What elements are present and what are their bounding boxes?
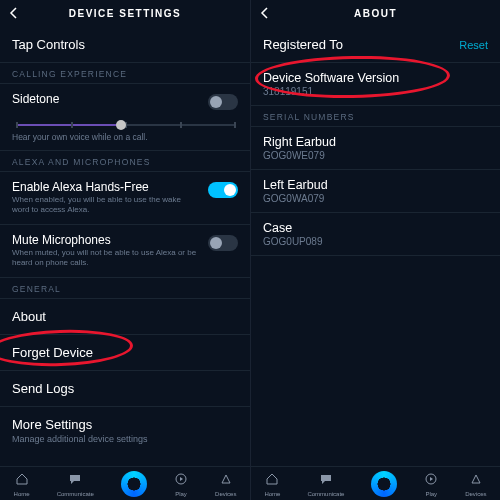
sidetone-slider-area: Hear your own voice while on a call. bbox=[0, 110, 250, 151]
about-row[interactable]: About bbox=[0, 299, 250, 335]
section-calling-experience: CALLING EXPERIENCE bbox=[0, 63, 250, 84]
more-settings-row[interactable]: More Settings Manage additional device s… bbox=[0, 407, 250, 456]
more-settings-sub: Manage additional device settings bbox=[12, 434, 148, 446]
tap-controls-label: Tap Controls bbox=[12, 37, 85, 52]
tap-controls-row[interactable]: Tap Controls bbox=[0, 27, 250, 63]
mute-sub: When muted, you will not be able to use … bbox=[12, 248, 200, 269]
nav-alexa[interactable] bbox=[371, 471, 397, 497]
sidetone-caption: Hear your own voice while on a call. bbox=[12, 132, 238, 142]
handsfree-toggle[interactable] bbox=[208, 182, 238, 198]
nav-communicate[interactable]: Communicate bbox=[307, 472, 344, 497]
content: Tap Controls CALLING EXPERIENCE Sidetone… bbox=[0, 27, 250, 466]
send-logs-label: Send Logs bbox=[12, 381, 74, 396]
section-general: GENERAL bbox=[0, 278, 250, 299]
alexa-ring-icon bbox=[121, 471, 147, 497]
header: DEVICE SETTINGS bbox=[0, 0, 250, 27]
registered-to-row[interactable]: Registered To Reset bbox=[251, 27, 500, 63]
mute-toggle[interactable] bbox=[208, 235, 238, 251]
registered-to-label: Registered To bbox=[263, 37, 343, 52]
about-label: About bbox=[12, 309, 46, 324]
section-serial-numbers: SERIAL NUMBERS bbox=[251, 106, 500, 127]
case-label: Case bbox=[263, 221, 488, 235]
home-icon bbox=[15, 472, 29, 490]
nav-home[interactable]: Home bbox=[14, 472, 30, 497]
software-version-value: 318119151 bbox=[263, 86, 488, 97]
nav-home[interactable]: Home bbox=[264, 472, 280, 497]
handsfree-row[interactable]: Enable Alexa Hands-Free When enabled, yo… bbox=[0, 172, 250, 225]
chat-icon bbox=[319, 472, 333, 490]
send-logs-row[interactable]: Send Logs bbox=[0, 371, 250, 407]
forget-device-row[interactable]: Forget Device bbox=[0, 335, 250, 371]
case-row: Case GOG0UP089 bbox=[251, 213, 500, 256]
sidetone-row[interactable]: Sidetone bbox=[0, 84, 250, 110]
about-pane: ABOUT Registered To Reset Device Softwar… bbox=[250, 0, 500, 500]
devices-icon bbox=[469, 472, 483, 490]
handsfree-label: Enable Alexa Hands-Free bbox=[12, 180, 200, 194]
mute-label: Mute Microphones bbox=[12, 233, 200, 247]
content: Registered To Reset Device Software Vers… bbox=[251, 27, 500, 466]
alexa-ring-icon bbox=[371, 471, 397, 497]
sidetone-slider[interactable] bbox=[16, 124, 234, 126]
forget-device-label: Forget Device bbox=[12, 345, 93, 360]
home-icon bbox=[265, 472, 279, 490]
chat-icon bbox=[68, 472, 82, 490]
left-earbud-label: Left Earbud bbox=[263, 178, 488, 192]
mute-row[interactable]: Mute Microphones When muted, you will no… bbox=[0, 225, 250, 278]
devices-icon bbox=[219, 472, 233, 490]
section-alexa: ALEXA AND MICROPHONES bbox=[0, 151, 250, 172]
slider-knob-icon[interactable] bbox=[116, 120, 126, 130]
handsfree-sub: When enabled, you will be able to use th… bbox=[12, 195, 200, 216]
back-icon[interactable] bbox=[259, 5, 271, 23]
more-settings-label: More Settings bbox=[12, 417, 92, 432]
header: ABOUT bbox=[251, 0, 500, 27]
left-earbud-value: GOG0WA079 bbox=[263, 193, 488, 204]
right-earbud-row: Right Earbud GOG0WE079 bbox=[251, 127, 500, 170]
back-icon[interactable] bbox=[8, 5, 20, 23]
left-earbud-row: Left Earbud GOG0WA079 bbox=[251, 170, 500, 213]
page-title: DEVICE SETTINGS bbox=[69, 8, 182, 19]
right-earbud-label: Right Earbud bbox=[263, 135, 488, 149]
play-icon bbox=[174, 472, 188, 490]
software-version-row[interactable]: Device Software Version 318119151 bbox=[251, 63, 500, 106]
case-value: GOG0UP089 bbox=[263, 236, 488, 247]
reset-link[interactable]: Reset bbox=[459, 39, 488, 51]
nav-play[interactable]: Play bbox=[424, 472, 438, 497]
sidetone-toggle[interactable] bbox=[208, 94, 238, 110]
nav-devices[interactable]: Devices bbox=[465, 472, 486, 497]
bottom-nav: Home Communicate Play Devices bbox=[0, 466, 250, 500]
sidetone-label: Sidetone bbox=[12, 92, 59, 106]
nav-play[interactable]: Play bbox=[174, 472, 188, 497]
nav-communicate[interactable]: Communicate bbox=[57, 472, 94, 497]
device-settings-pane: DEVICE SETTINGS Tap Controls CALLING EXP… bbox=[0, 0, 250, 500]
software-version-label: Device Software Version bbox=[263, 71, 488, 85]
bottom-nav: Home Communicate Play Devices bbox=[251, 466, 500, 500]
right-earbud-value: GOG0WE079 bbox=[263, 150, 488, 161]
nav-devices[interactable]: Devices bbox=[215, 472, 236, 497]
page-title: ABOUT bbox=[354, 8, 397, 19]
play-icon bbox=[424, 472, 438, 490]
nav-alexa[interactable] bbox=[121, 471, 147, 497]
